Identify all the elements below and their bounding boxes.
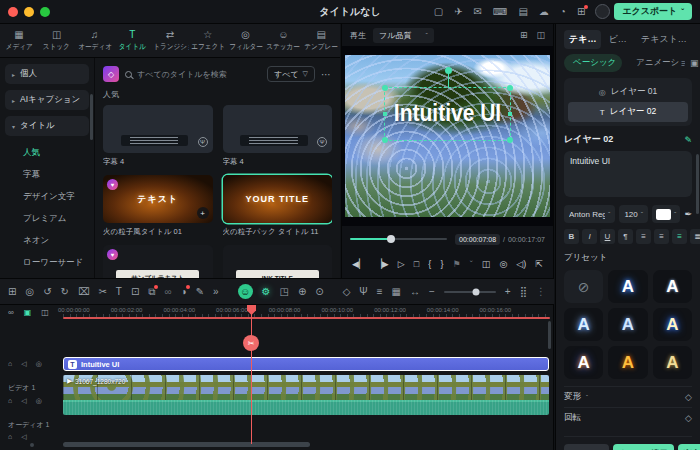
title-card-fire-01[interactable]: テキスト ♥ + Ψ 火の粒子風タイトル 01 — [103, 175, 213, 237]
tab-templates[interactable]: ▤ テンプレート — [302, 24, 340, 57]
render-preview-icon[interactable]: ⊙ — [315, 287, 323, 297]
quality-dropdown[interactable]: フル品質 ˇ — [373, 28, 434, 43]
prev-frame-icon[interactable]: ◀▏ — [352, 260, 366, 269]
avatar[interactable] — [595, 4, 610, 19]
lock-icon[interactable]: ⌂ — [8, 360, 12, 368]
title-card-ink-title[interactable]: INK TITLE ♥ + Ψ INK TITLE — [223, 245, 333, 278]
mute-icon[interactable]: ◁ — [21, 397, 26, 405]
tab-transitions[interactable]: ⇄ トランジション — [151, 24, 189, 57]
sidebar-item-subtitles[interactable]: 字幕 — [5, 164, 89, 186]
ai-assistant-icon[interactable]: ⚙ — [262, 287, 271, 297]
font-size-dropdown[interactable]: 120 ˇ — [619, 205, 648, 223]
sidebar-item-popular[interactable]: 人気 — [5, 142, 89, 164]
timeline-zoom-slider[interactable] — [444, 291, 496, 293]
tab-stickers[interactable]: ☺ ステッカー — [264, 24, 302, 57]
reset-button[interactable]: リセット — [564, 444, 609, 450]
rotate-handle[interactable] — [448, 73, 449, 88]
tab-video[interactable]: ビデオ — [603, 30, 634, 49]
upgrade-icon[interactable]: ▢ — [434, 7, 443, 17]
color-palette-icon[interactable]: ◑ — [181, 287, 187, 297]
resize-handle[interactable] — [508, 112, 512, 116]
volume-icon[interactable]: ◁) — [516, 260, 526, 269]
notification-icon[interactable]: ◔ — [560, 7, 566, 17]
font-color-dropdown[interactable]: ˇ — [652, 205, 680, 223]
export-button[interactable]: エクスポート ˇ — [614, 3, 692, 20]
scopes-icon[interactable]: ◫ — [536, 30, 545, 40]
stop-icon[interactable]: □ — [414, 260, 419, 269]
sidebar-item-titles[interactable]: ▾ タイトル — [5, 116, 89, 136]
add-to-timeline-button[interactable]: + — [197, 207, 209, 219]
camera-track-icon[interactable]: ▣ — [24, 308, 32, 317]
track-manager-icon[interactable]: ⣿ — [520, 287, 527, 297]
progress-knob[interactable] — [387, 235, 395, 243]
sidebar-item-personal[interactable]: ▸ 個人 — [5, 64, 89, 84]
selection-box[interactable] — [384, 87, 511, 141]
playback-progress-bar[interactable] — [350, 238, 447, 240]
mark-in-icon[interactable]: { — [428, 260, 431, 269]
group-icon[interactable]: ∞ — [164, 287, 171, 297]
mark-out-icon[interactable]: } — [440, 260, 443, 269]
rotate-section[interactable]: 回転 ◇ — [564, 407, 692, 428]
resize-handle[interactable] — [382, 85, 388, 91]
title-card-ink-sample[interactable]: サンプルテキスト ♥ + Ψ サンプルテキスト — [103, 245, 213, 278]
search-input[interactable]: すべてのタイトルを検索 — [125, 69, 261, 80]
resize-handle[interactable] — [383, 112, 387, 116]
crop-icon[interactable]: ⊡ — [131, 287, 139, 297]
video-clip[interactable]: ▶ 31067_1280x720 — [63, 375, 549, 415]
tab-titles[interactable]: T タイトル — [113, 24, 151, 57]
align-left-button[interactable]: ≡ — [636, 229, 651, 244]
layer-item-02[interactable]: T レイヤー 02 — [568, 102, 688, 122]
more-options-icon[interactable]: ⋯ — [321, 69, 332, 80]
lock-icon[interactable]: ⌂ — [8, 433, 12, 441]
playhead-line[interactable] — [251, 305, 252, 444]
undo-icon[interactable]: ↺ — [43, 287, 51, 297]
shield-icon[interactable]: ◇ — [343, 287, 351, 297]
fit-timeline-icon[interactable]: ↔ — [410, 287, 420, 297]
justify-button[interactable]: ≣ — [690, 229, 700, 244]
mute-icon[interactable]: ◁ — [21, 360, 26, 368]
close-window-button[interactable] — [8, 7, 18, 17]
tab-stock[interactable]: ◫ ストック — [38, 24, 76, 57]
mute-icon[interactable]: ◁ — [21, 433, 26, 441]
cloud-upload-icon[interactable]: ☁ — [539, 7, 549, 17]
tab-media[interactable]: ▦ メディア — [0, 24, 38, 57]
play-icon[interactable]: ▷ — [398, 260, 405, 269]
grid-view-icon[interactable]: ⊞ — [8, 287, 16, 297]
minimize-window-button[interactable] — [24, 7, 34, 17]
more-tools-icon[interactable]: » — [213, 287, 219, 297]
save-preset-icon[interactable]: ▣ — [690, 58, 699, 68]
preset-gold[interactable]: A — [608, 346, 647, 379]
keyboard-icon[interactable]: ⌨ — [493, 7, 507, 17]
transform-section[interactable]: 変形 ˇ ◇ — [564, 386, 692, 407]
subtab-animation[interactable]: アニメーション — [627, 54, 685, 72]
filter-dropdown[interactable]: すべて ▽ — [267, 66, 315, 82]
text-content-input[interactable]: Intuitive UI — [564, 151, 692, 197]
current-timecode[interactable]: 00:00:07:08 — [455, 234, 500, 245]
marker-chevron-icon[interactable]: ˇ — [470, 260, 473, 269]
tab-audio[interactable]: ♫ オーディオ — [76, 24, 114, 57]
voiceover-icon[interactable]: Ψ — [359, 287, 367, 297]
snapshot-icon[interactable]: ◎ — [499, 260, 507, 269]
title-card-subtitle-4b[interactable]: ♥ + Ψ 字幕 4 — [223, 105, 333, 167]
link-icon[interactable]: ∞ — [8, 308, 14, 317]
redo-icon[interactable]: ↻ — [61, 287, 69, 297]
record-track-icon[interactable]: ◫ — [41, 308, 49, 317]
zoom-in-icon[interactable]: + — [505, 287, 511, 297]
split-scissors-button[interactable]: ✂ — [243, 335, 259, 351]
preset-pale-gold[interactable]: A — [653, 346, 692, 379]
title-card-subtitle-4a[interactable]: ♥ + Ψ 字幕 4 — [103, 105, 213, 167]
ai-copilot-icon[interactable]: ☺ — [238, 284, 253, 299]
marker-icon[interactable]: ⚑ — [453, 260, 461, 269]
font-family-dropdown[interactable]: Anton Reg ˇ — [564, 205, 615, 223]
feedback-icon[interactable]: ✉ — [474, 7, 482, 17]
edit-pen-icon[interactable]: ✎ — [684, 135, 692, 145]
split-screen-icon[interactable]: ⊞ — [520, 30, 528, 40]
subtitle-tool-icon[interactable]: ≡ — [377, 287, 383, 297]
tab-filters[interactable]: ◎ フィルター — [227, 24, 265, 57]
preset-white-outline[interactable]: A — [653, 270, 692, 303]
timeline-vertical-scrollbar[interactable] — [548, 321, 551, 349]
preset-orange-blue[interactable]: A — [564, 346, 603, 379]
timeline-horizontal-scrollbar[interactable] — [63, 442, 310, 447]
keyframe-diamond-icon[interactable]: ◇ — [685, 413, 692, 423]
preset-blue-glow[interactable]: A — [608, 270, 647, 303]
